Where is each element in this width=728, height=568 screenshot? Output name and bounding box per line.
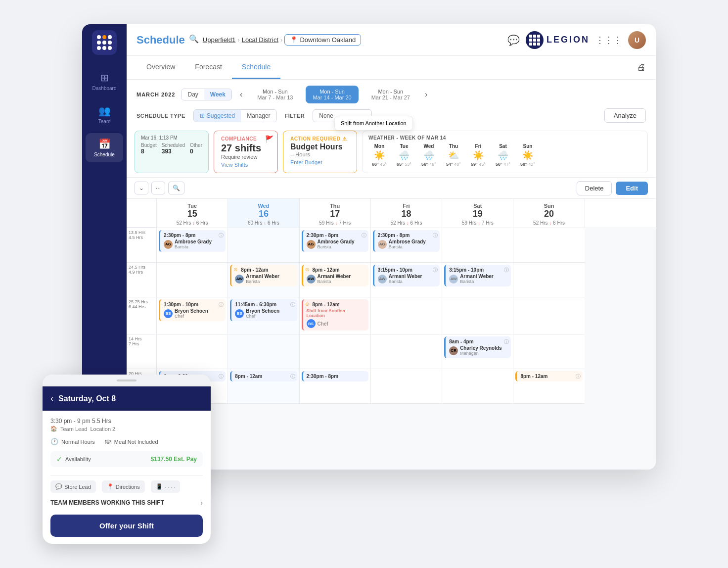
shift-cols: Budget 8 Scheduled 393 Other 0 bbox=[141, 142, 202, 155]
info-icon[interactable]: ⓘ bbox=[290, 301, 295, 308]
store-lead-btn[interactable]: 💬 Store Lead bbox=[50, 480, 96, 493]
date-nav: MARCH 2022 Day Week ‹ Mon - SunMar 7 - M… bbox=[136, 86, 646, 103]
legion-dot bbox=[533, 39, 536, 42]
print-icon[interactable]: 🖨 bbox=[637, 62, 646, 73]
offer-shift-btn[interactable]: Offer your Shift bbox=[50, 515, 203, 537]
shift-person: AG Ambrose Grady Barista bbox=[164, 239, 222, 249]
breadcrumb-level1[interactable]: Upperfield1 bbox=[203, 36, 236, 44]
suggested-btn[interactable]: ⊞ Suggested bbox=[194, 110, 241, 122]
action-sub: -- Hours bbox=[290, 151, 350, 157]
shift-time: 11:45am - 6:30pm bbox=[235, 302, 293, 307]
info-icon[interactable]: ⓘ bbox=[219, 301, 224, 308]
shift-time: 3:15pm - 10pm bbox=[378, 267, 436, 273]
prev-week-arrow[interactable]: ‹ bbox=[238, 88, 244, 101]
shift-card-r5-sun[interactable]: ⓘ 8pm - 12am bbox=[515, 371, 582, 381]
another-location-label: Shift from Another Location bbox=[307, 308, 365, 318]
person-avatar-bryon-thu: BS bbox=[307, 319, 316, 328]
manager-btn[interactable]: Manager bbox=[241, 110, 276, 122]
breadcrumb-level2[interactable]: Local District bbox=[242, 36, 278, 44]
tab-overview[interactable]: Overview bbox=[136, 56, 185, 79]
shift-card-armani-sun[interactable]: ⓘ 3:15pm - 10pm AW Armani Weber Barista bbox=[444, 265, 511, 286]
edit-btn[interactable]: Edit bbox=[616, 182, 648, 195]
chat-icon[interactable]: 💬 bbox=[507, 34, 520, 46]
info-icon[interactable]: ⓘ bbox=[362, 232, 366, 239]
drag-handle bbox=[117, 379, 136, 381]
weather-day-thu: Thu ⛅ 54° 48° bbox=[443, 143, 464, 167]
grid-search-btn[interactable]: 🔍 bbox=[168, 182, 184, 194]
search-icon[interactable]: 🔍 bbox=[189, 34, 199, 44]
clock-icon: 🕐 bbox=[50, 438, 58, 445]
person-role: Barista bbox=[389, 279, 422, 284]
week-mar7-btn[interactable]: Mon - SunMar 7 - Mar 13 bbox=[250, 86, 300, 103]
shift-card-charley[interactable]: ⓘ 8am - 4pm CR Charley Reynolds Manager bbox=[444, 336, 511, 358]
delete-btn[interactable]: Delete bbox=[577, 181, 612, 195]
person-avatar-ambrose-sat: AG bbox=[378, 240, 387, 249]
next-week-arrow[interactable]: › bbox=[423, 88, 429, 101]
shift-time: 8pm - 12am bbox=[307, 302, 365, 307]
week-mar14-btn[interactable]: Mon - SunMar 14 - Mar 20 bbox=[306, 86, 358, 103]
shift-card-bryon-tue[interactable]: ⓘ 1:30pm - 10pm BS Bryon Schoen Chef bbox=[159, 299, 226, 321]
info-icon[interactable]: ⓘ bbox=[504, 267, 509, 274]
shift-card-bryon-thu[interactable]: ⊙ 8pm - 12am Shift from Another Location… bbox=[302, 299, 368, 331]
team-members-row[interactable]: TEAM MEMBERS WORKING THIS SHIFT › bbox=[50, 499, 203, 507]
info-icon[interactable]: ⓘ bbox=[290, 373, 295, 380]
header-right: 💬 bbox=[507, 31, 646, 49]
weather-tue-temps: 65° 53° bbox=[397, 162, 411, 167]
info-icon[interactable]: ⓘ bbox=[219, 373, 224, 380]
mobile-back-btn[interactable]: ‹ bbox=[50, 393, 53, 404]
store-lead-row: 💬 Store Lead 📍 Directions 📱 · · · · bbox=[50, 480, 203, 493]
shift-card-bryon-wed[interactable]: ⓘ 11:45am - 6:30pm BS Bryon Schoen Chef bbox=[230, 299, 297, 321]
analyze-btn[interactable]: Analyze bbox=[604, 108, 646, 123]
logo-dot bbox=[108, 46, 112, 50]
shift-cell-r2-thu: ⊙ 8pm - 12am AW Armani Weber Barista bbox=[299, 263, 370, 297]
shift-cell-r3-wed: ⓘ 11:45am - 6:30pm BS Bryon Schoen Chef bbox=[228, 297, 299, 334]
week-mar21-btn[interactable]: Mon - SunMar 21 - Mar 27 bbox=[364, 86, 417, 103]
day-col-fri: Fri 18 52 Hrs ↓ 6 Hrs bbox=[370, 199, 442, 228]
info-icon[interactable]: ⓘ bbox=[433, 232, 438, 239]
sidebar-item-schedule[interactable]: 📅 Schedule bbox=[86, 133, 123, 162]
legion-brand-text: LEGION bbox=[546, 35, 590, 45]
day-toggle-btn[interactable]: Day bbox=[182, 89, 204, 100]
mobile-drag-bar bbox=[43, 375, 211, 386]
sidebar-item-team[interactable]: 👥 Team bbox=[86, 100, 123, 129]
shift-card-ambrose-sat[interactable]: ⓘ 2:30pm - 8pm AG Ambrose Grady Barista bbox=[373, 230, 440, 252]
shift-card-r5-thu[interactable]: 2:30pm - 8pm bbox=[302, 371, 368, 381]
info-icon[interactable]: ⓘ bbox=[504, 338, 509, 345]
grid-adjust-btn[interactable]: ⌄ bbox=[135, 182, 148, 194]
weather-mon-temps: 66° 45° bbox=[372, 162, 387, 167]
shift-card-armani-sat[interactable]: ⓘ 3:15pm - 10pm AW Armani Weber Barista bbox=[373, 265, 440, 286]
shift-card-armani-wed[interactable]: ⊙ 8pm - 12am AW Armani Weber Barista bbox=[230, 265, 297, 286]
person-name: Armani Weber bbox=[318, 274, 351, 279]
person-name: Ambrose Grady bbox=[318, 239, 355, 244]
shift-card-ambrose-fri[interactable]: ⓘ 2:30pm - 8pm AG Ambrose Grady Barista bbox=[302, 230, 368, 252]
shift-time: 3:15pm - 10pm bbox=[449, 267, 507, 273]
sidebar-item-dashboard[interactable]: ⊞ Dashboard bbox=[86, 67, 123, 96]
shift-card-r5-wed[interactable]: ⓘ 8pm - 12am bbox=[230, 371, 297, 381]
tab-schedule[interactable]: Schedule bbox=[232, 56, 280, 79]
shift-card-armani-thu[interactable]: ⊙ 8pm - 12am AW Armani Weber Barista bbox=[302, 265, 368, 286]
phone-btn[interactable]: 📱 · · · · bbox=[151, 480, 180, 493]
shift-cell-r4-sat: ⓘ 8am - 4pm CR Charley Reynolds Manager bbox=[442, 334, 513, 369]
grid-more-btn[interactable]: ··· bbox=[151, 182, 165, 194]
mobile-content: 3:30 pm - 9 pm 5.5 Hrs 🏠 Team Lead Locat… bbox=[43, 411, 211, 544]
shift-cell-r3-sat bbox=[442, 297, 513, 334]
shift-card-ambrose-tue[interactable]: ⓘ 2:30pm - 8pm AG Ambrose Grady Barista bbox=[159, 230, 226, 252]
week-toggle-btn[interactable]: Week bbox=[204, 89, 231, 100]
info-icon[interactable]: ⓘ bbox=[219, 232, 224, 239]
tooltip-popup: Shift from Another Location bbox=[334, 116, 413, 131]
compliance-view-link[interactable]: View Shifts bbox=[221, 162, 271, 168]
action-required-label: ACTION REQUIRED bbox=[290, 136, 340, 142]
apps-grid-icon[interactable]: ⋮⋮⋮ bbox=[595, 35, 622, 46]
user-avatar[interactable]: U bbox=[628, 31, 646, 49]
meal-label: Meal Not Included bbox=[114, 439, 158, 445]
person-role: Barista bbox=[318, 244, 355, 249]
action-enter-budget-link[interactable]: Enter Budget bbox=[290, 159, 350, 165]
breadcrumb-level3[interactable]: 📍 Downtown Oakland bbox=[284, 34, 361, 46]
store-lead-label: Store Lead bbox=[64, 484, 91, 490]
tab-forecast[interactable]: Forecast bbox=[185, 56, 231, 79]
shift-person: BS Bryon Schoen Chef bbox=[235, 308, 293, 319]
info-icon[interactable]: ⓘ bbox=[433, 267, 438, 274]
info-icon[interactable]: ⓘ bbox=[576, 373, 581, 380]
directions-btn[interactable]: 📍 Directions bbox=[102, 480, 145, 493]
team-lead-house-icon: 🏠 bbox=[50, 426, 57, 432]
